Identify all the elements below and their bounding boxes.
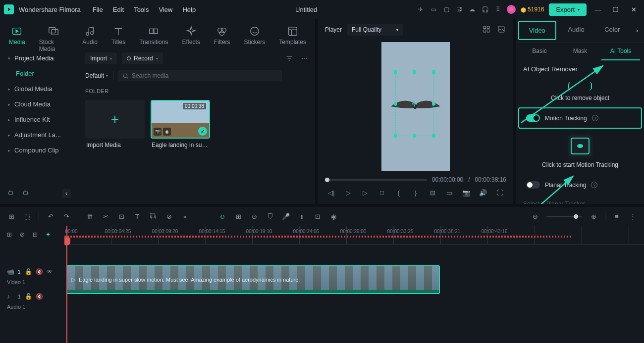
minimize-button[interactable]: —: [591, 6, 604, 13]
more-tools-button[interactable]: »: [180, 212, 189, 221]
copy-button[interactable]: ⿻: [149, 212, 158, 221]
motion-tracking-toggle[interactable]: [526, 114, 540, 122]
tab-filters[interactable]: Filters: [214, 24, 230, 46]
prev-frame-button[interactable]: ◁|: [327, 188, 336, 197]
sidebar-folder[interactable]: Folder: [0, 66, 79, 81]
mark-in-button[interactable]: {: [394, 188, 403, 197]
import-dropdown[interactable]: Import: [85, 52, 117, 64]
undo-button[interactable]: ↶: [46, 212, 55, 221]
preview-frame[interactable]: ✢: [381, 42, 450, 171]
search-box[interactable]: [118, 70, 282, 81]
pointer-icon[interactable]: ⬚: [23, 212, 32, 221]
avatar[interactable]: [507, 5, 516, 14]
new-folder-icon[interactable]: 🗀: [8, 189, 17, 198]
play-button[interactable]: ▷: [344, 188, 353, 197]
grid-view-icon[interactable]: [483, 25, 491, 34]
tab-audio-props[interactable]: Audio: [558, 19, 594, 42]
credits-badge[interactable]: 51916: [521, 6, 544, 13]
track-add-icon[interactable]: ⊞: [7, 231, 15, 239]
motion-tracking-hint[interactable]: Click to start Motion Tracking: [542, 161, 618, 168]
next-tab-button[interactable]: ›: [630, 19, 644, 42]
object-remover-hint[interactable]: Click to remove object: [551, 95, 609, 101]
subtab-basic[interactable]: Basic: [520, 43, 559, 60]
sidebar-adjustment-layer[interactable]: Adjustment La...: [0, 127, 79, 143]
sidebar-project-media[interactable]: Project Media: [0, 50, 79, 66]
audio-track-header[interactable]: ♪1 🔓 🔇: [0, 290, 64, 303]
mixer-button[interactable]: ⫿: [297, 212, 306, 221]
sidebar-compound-clip[interactable]: Compound Clip: [0, 143, 79, 158]
speed-button[interactable]: ⊙: [250, 212, 259, 221]
help-icon[interactable]: ?: [591, 182, 597, 188]
motion-tracking-icon[interactable]: [568, 135, 592, 157]
text-button[interactable]: T: [133, 212, 142, 221]
crop-button[interactable]: ⊡: [117, 212, 126, 221]
visibility-icon[interactable]: 👁: [47, 268, 54, 275]
mute-icon[interactable]: 🔇: [36, 268, 43, 275]
cloud-icon[interactable]: ☁: [468, 5, 476, 13]
delete-button[interactable]: 🗑: [85, 212, 94, 221]
menu-file[interactable]: File: [93, 6, 103, 13]
track-auto-icon[interactable]: ✦: [46, 231, 54, 239]
link-button[interactable]: ⊘: [164, 212, 173, 221]
track-split-icon[interactable]: ⊟: [33, 231, 41, 239]
device-icon[interactable]: ▭: [429, 5, 437, 13]
screen-icon[interactable]: ▢: [442, 5, 450, 13]
ai-button[interactable]: ☺: [218, 212, 227, 221]
tab-effects[interactable]: Effects: [182, 24, 200, 46]
record-dropdown[interactable]: Record: [122, 52, 163, 64]
menu-help[interactable]: Help: [182, 6, 196, 13]
sidebar-cloud-media[interactable]: Cloud Media: [0, 97, 79, 112]
import-media-tile[interactable]: + Import Media: [85, 100, 145, 151]
zoom-slider[interactable]: [546, 216, 582, 217]
video-track-header[interactable]: 📹1 🔓 🔇 👁: [0, 265, 64, 278]
tab-stickers[interactable]: Stickers: [244, 24, 266, 46]
send-icon[interactable]: ✈: [417, 5, 425, 13]
play-forward-button[interactable]: ▷: [361, 188, 370, 197]
group-button[interactable]: ⊡: [313, 212, 322, 221]
effects-button[interactable]: ⊞: [234, 212, 243, 221]
help-icon[interactable]: ?: [592, 115, 598, 121]
menu-view[interactable]: View: [159, 6, 172, 13]
menu-edit[interactable]: Edit: [113, 6, 124, 13]
filter-icon[interactable]: [284, 53, 294, 63]
fullscreen-button[interactable]: ⛶: [495, 188, 504, 197]
quality-dropdown[interactable]: Full Quality: [347, 24, 403, 36]
menu-tools[interactable]: Tools: [134, 6, 149, 13]
lock-icon[interactable]: 🔓: [25, 268, 32, 275]
timeline-ruler[interactable]: 00:00 00:00:04:25 00:00:09:20 00:00:14:1…: [64, 226, 644, 245]
tab-audio[interactable]: Audio: [82, 24, 98, 46]
sort-dropdown[interactable]: Default: [85, 72, 108, 79]
tab-media[interactable]: Media: [9, 24, 25, 46]
zoom-in-button[interactable]: ⊕: [589, 212, 598, 221]
headphone-icon[interactable]: 🎧: [481, 5, 489, 13]
track-link-icon[interactable]: ⊘: [20, 231, 28, 239]
object-remover-icon[interactable]: [568, 82, 592, 91]
marker-button[interactable]: ◉: [329, 212, 338, 221]
snapshot-button[interactable]: 📷: [462, 188, 471, 197]
lock-icon[interactable]: 🔓: [25, 293, 32, 300]
apps-icon[interactable]: ⠿: [494, 5, 502, 13]
stop-button[interactable]: □: [377, 188, 386, 197]
zoom-out-button[interactable]: ⊖: [531, 212, 539, 221]
sidebar-influence-kit[interactable]: Influence Kit: [0, 112, 79, 127]
export-button[interactable]: Export▾: [549, 3, 587, 16]
tab-templates[interactable]: Templates: [279, 24, 306, 46]
close-button[interactable]: ✕: [627, 6, 640, 13]
search-input[interactable]: [132, 72, 278, 79]
tab-video[interactable]: Video: [518, 21, 556, 40]
ratio-icon[interactable]: ⊟: [428, 188, 437, 197]
tab-color[interactable]: Color: [594, 19, 630, 42]
magnet-icon[interactable]: ⊞: [7, 212, 16, 221]
more-icon[interactable]: ⋯: [299, 53, 309, 63]
subtab-mask[interactable]: Mask: [561, 43, 599, 60]
tracking-box[interactable]: ✢: [395, 72, 434, 136]
volume-button[interactable]: 🔊: [479, 188, 487, 197]
collapse-sidebar-button[interactable]: ‹: [62, 189, 71, 198]
redo-button[interactable]: ↷: [62, 212, 71, 221]
new-bin-icon[interactable]: 🗀: [23, 189, 32, 198]
shield-button[interactable]: ⛉: [266, 212, 274, 221]
tab-transitions[interactable]: Transitions: [139, 24, 168, 46]
playhead[interactable]: [66, 226, 67, 343]
cut-button[interactable]: ✂: [101, 212, 110, 221]
media-clip-tile[interactable]: 00:00:38 📷◉ ✓ Eagle landing in super...: [151, 100, 210, 151]
